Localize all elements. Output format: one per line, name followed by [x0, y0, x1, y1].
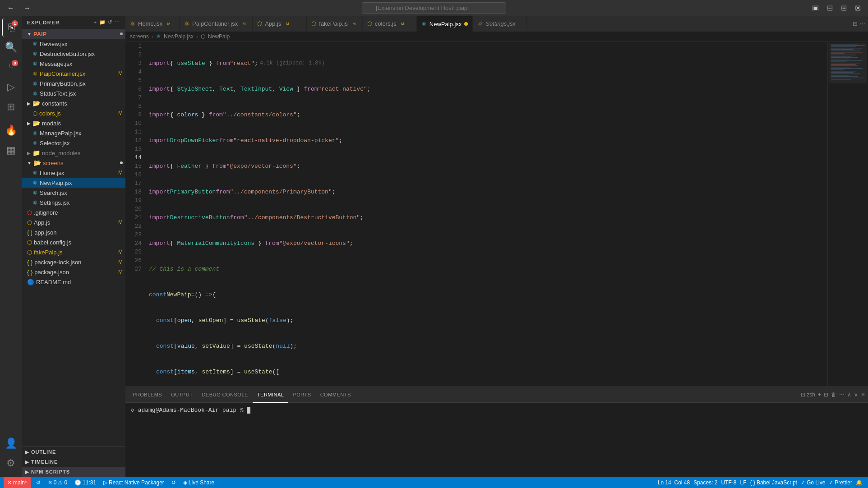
split-editor-icon[interactable]: ⊟	[853, 20, 858, 27]
status-golive[interactable]: ✓ Go Live	[799, 477, 827, 488]
file-statustext[interactable]: ⚛ StatusText.jsx	[22, 88, 125, 98]
file-fakepaip[interactable]: ⬡ fakePaip.js M	[22, 247, 125, 257]
activity-explorer[interactable]: ⎘ 1	[2, 18, 20, 37]
status-language[interactable]: { } Babel JavaScript	[748, 477, 799, 488]
file-selector[interactable]: ⚛ Selector.jsx	[22, 138, 125, 148]
layout-sidebar-button[interactable]: ⊟	[824, 3, 836, 13]
tab-close-home[interactable]: M	[165, 20, 172, 28]
activity-extensions[interactable]: ⊞	[2, 98, 20, 116]
tab-newpaip[interactable]: ⚛ NewPaip.jsx	[417, 16, 473, 32]
activity-source-control[interactable]: ⑂ 8	[2, 58, 20, 76]
file-settings[interactable]: ⚛ Settings.jsx	[22, 198, 125, 207]
tab-appjs[interactable]: ⬡ App.js M	[253, 16, 307, 32]
panel-tab-terminal[interactable]: TERMINAL	[253, 387, 289, 403]
folder-screens[interactable]: ▼ 📂 screens	[22, 158, 125, 168]
panel-close-button[interactable]: ✕	[861, 391, 865, 398]
file-home[interactable]: ⚛ Home.jsx M	[22, 168, 125, 178]
sidebar-outline[interactable]: ▶ OUTLINE	[22, 447, 125, 457]
layout-custom-button[interactable]: ⊠	[852, 3, 863, 13]
sidebar-timeline[interactable]: ▶ TIMELINE	[22, 457, 125, 467]
status-prettier[interactable]: ✓ Prettier	[827, 477, 854, 488]
status-sync[interactable]: ↺	[34, 477, 42, 488]
modified-indicator: M	[118, 170, 123, 176]
panel-tab-comments[interactable]: COMMENTS	[316, 387, 356, 403]
tab-close-paip[interactable]: M	[240, 20, 248, 28]
project-root[interactable]: ▼ PAIP	[22, 29, 125, 39]
more-tabs-icon[interactable]: ⋯	[859, 20, 865, 27]
file-readme[interactable]: 🔵 README.md	[22, 277, 125, 287]
panel-tab-problems[interactable]: PROBLEMS	[128, 387, 166, 403]
status-time[interactable]: 🕐 11:31	[73, 477, 98, 488]
file-tree: ▼ PAIP ⚛ Review.jsx ⚛ DestructiveButton.…	[22, 29, 125, 447]
tab-close-colors[interactable]: M	[399, 20, 406, 28]
new-file-icon[interactable]: +	[94, 19, 97, 25]
file-managepaip[interactable]: ⚛ ManagePaip.jsx	[22, 128, 125, 138]
modified-indicator: M	[118, 70, 123, 77]
nav-forward-button[interactable]: →	[21, 3, 33, 13]
panel-tab-debug[interactable]: DEBUG CONSOLE	[197, 387, 252, 403]
file-gitignore[interactable]: ⬡ .gitignore	[22, 207, 125, 217]
tab-colors[interactable]: ⬡ colors.js M	[363, 16, 417, 32]
panel-content[interactable]: ◇ adamg@Adams-MacBook-Air paip %	[125, 403, 868, 477]
status-line-ending[interactable]: LF	[739, 477, 748, 488]
status-position[interactable]: Ln 14, Col 48	[656, 477, 692, 488]
activity-grid[interactable]: ▦	[2, 141, 20, 159]
file-message[interactable]: ⚛ Message.jsx	[22, 59, 125, 69]
file-label: Home.jsx	[40, 170, 64, 176]
status-encoding[interactable]: UTF-8	[720, 477, 739, 488]
tab-paipcontainer[interactable]: ⚛ PaipContainer.jsx M	[180, 16, 253, 32]
breadcrumb-file[interactable]: NewPaip.jsx	[164, 33, 194, 40]
status-liveshare[interactable]: ◈ Live Share	[181, 477, 216, 488]
refresh-icon[interactable]: ↺	[108, 19, 113, 25]
file-appjs[interactable]: ⬡ App.js M	[22, 217, 125, 227]
code-content[interactable]: import { useState } from "react"; 4.1k (…	[147, 42, 827, 387]
collapse-icon[interactable]: ⋯	[115, 19, 120, 25]
panel-down-button[interactable]: ∨	[854, 391, 858, 398]
layout-panel-button[interactable]: ⊞	[838, 3, 850, 13]
status-packager[interactable]: ▷ React Native Packager	[102, 477, 166, 488]
sidebar-npm[interactable]: ▶ NPM SCRIPTS	[22, 467, 125, 477]
activity-flame[interactable]: 🔥	[2, 121, 20, 139]
file-primarybutton[interactable]: ⚛ PrimaryButton.jsx	[22, 78, 125, 88]
panel-tab-output[interactable]: OUTPUT	[166, 387, 197, 403]
terminal-more-button[interactable]: ⋯	[839, 391, 845, 398]
kill-terminal-button[interactable]: 🗑	[831, 391, 836, 398]
title-search-input[interactable]	[362, 2, 506, 14]
nav-back-button[interactable]: ←	[5, 3, 17, 13]
breadcrumb-symbol[interactable]: NewPaip	[208, 33, 230, 40]
file-packagelock[interactable]: { } package-lock.json M	[22, 257, 125, 267]
new-folder-icon[interactable]: 📁	[99, 19, 106, 25]
file-packagejson[interactable]: { } package.json M	[22, 267, 125, 277]
file-search[interactable]: ⚛ Search.jsx	[22, 188, 125, 198]
panel-up-button[interactable]: ∧	[847, 391, 851, 398]
tab-close-fakepaip[interactable]: M	[351, 20, 358, 28]
file-babelconfig[interactable]: ⬡ babel.config.js	[22, 237, 125, 247]
layout-toggle-button[interactable]: ▣	[809, 3, 822, 13]
status-spaces[interactable]: Spaces: 2	[692, 477, 719, 488]
file-colorsjs[interactable]: ⬡ colors.js M	[22, 108, 125, 118]
status-refresh[interactable]: ↺	[170, 477, 178, 488]
breadcrumb-screens[interactable]: screens	[130, 33, 149, 40]
activity-settings[interactable]: ⚙	[2, 454, 20, 472]
tab-close-app[interactable]: M	[284, 20, 291, 28]
file-review[interactable]: ⚛ Review.jsx	[22, 39, 125, 49]
file-paipcontainer[interactable]: ⚛ PaipContainer.jsx M	[22, 69, 125, 78]
file-destructive[interactable]: ⚛ DestructiveButton.jsx	[22, 49, 125, 59]
activity-search[interactable]: 🔍	[2, 38, 20, 56]
status-notifications[interactable]: 🔔	[854, 477, 864, 488]
split-terminal-button[interactable]: ⊟	[824, 391, 828, 398]
status-error-item[interactable]: ✕ main*	[4, 477, 31, 488]
file-appjson[interactable]: { } app.json	[22, 227, 125, 237]
folder-constants[interactable]: ▶ 📂 constants	[22, 98, 125, 108]
panel-tab-ports[interactable]: PORTS	[288, 387, 315, 403]
tab-home[interactable]: ⚛ Home.jsx M	[125, 16, 180, 32]
new-terminal-button[interactable]: +	[818, 391, 821, 398]
folder-modals[interactable]: ▶ 📂 modals	[22, 118, 125, 128]
tab-settings[interactable]: ⚛ Settings.jsx	[473, 16, 527, 32]
file-newpaip[interactable]: ⚛ NewPaip.jsx	[22, 178, 125, 188]
tab-fakepaip[interactable]: ⬡ fakePaip.js M	[307, 16, 363, 32]
status-errors[interactable]: ✕ 0 ⚠ 0	[46, 477, 69, 488]
activity-account[interactable]: 👤	[2, 434, 20, 452]
folder-node-modules[interactable]: ▶ 📁 node_modules	[22, 148, 125, 158]
activity-run[interactable]: ▷	[2, 78, 20, 96]
